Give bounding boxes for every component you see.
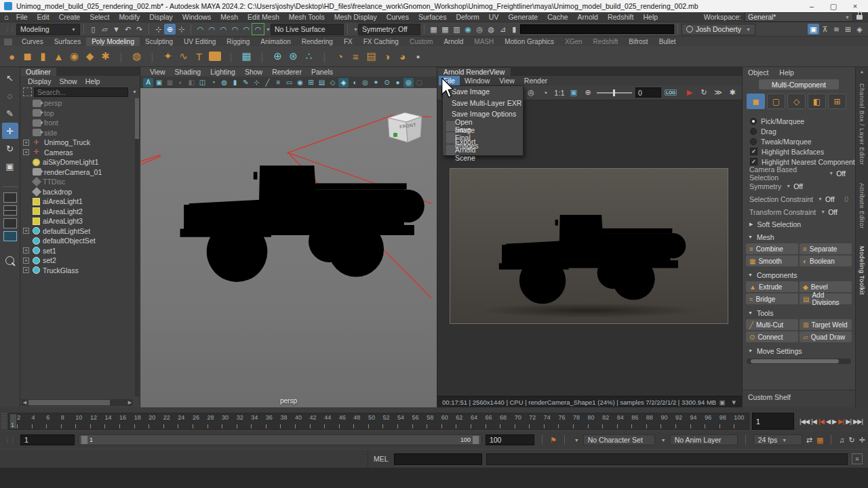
viewport-menu-item[interactable]: Lighting: [206, 68, 239, 76]
frame-tick[interactable]: 36: [266, 413, 281, 429]
component-mode-button[interactable]: ◼: [747, 94, 765, 109]
expand-toggle-icon[interactable]: +: [23, 267, 29, 273]
viewport-menu-item[interactable]: Renderer: [268, 68, 306, 76]
playback-button[interactable]: |◀: [818, 418, 824, 425]
expand-toggle-icon[interactable]: +: [23, 228, 29, 234]
range-start-handle[interactable]: [81, 436, 87, 444]
shelf-tab[interactable]: FX: [338, 37, 358, 46]
shelf-tab[interactable]: FX Caching: [358, 37, 404, 46]
frame-tick[interactable]: 50: [368, 413, 383, 429]
outliner-tab[interactable]: Outliner: [20, 68, 56, 76]
frame-tick[interactable]: 28: [208, 413, 222, 429]
live-surface-dropdown[interactable]: No Live Surface: [271, 24, 344, 35]
radio-icon[interactable]: [750, 138, 757, 145]
viewport-toolbar-icon[interactable]: ✎: [241, 78, 251, 87]
viewport-toolbar-icon[interactable]: ▤: [317, 78, 327, 87]
user-account-dropdown[interactable]: Josh Docherty▼: [682, 24, 755, 35]
shelf-tool-icon[interactable]: ◉: [66, 49, 82, 64]
snap-icon[interactable]: ◠: [195, 24, 206, 35]
viewport-toolbar-icon[interactable]: ◉: [295, 78, 305, 87]
shelf-tool-icon[interactable]: ◍: [129, 49, 144, 64]
range-grip[interactable]: ⋮⋮: [4, 436, 15, 443]
viewport-toolbar-icon[interactable]: ▦: [165, 78, 175, 87]
frame-tick[interactable]: 14: [104, 413, 119, 429]
frame-tick[interactable]: 68: [500, 413, 515, 429]
viewport-toolbar-icon[interactable]: A: [143, 78, 153, 87]
frame-tick[interactable]: 48: [353, 413, 368, 429]
frame-tick[interactable]: 64: [471, 413, 486, 429]
menu-item[interactable]: Deform: [451, 13, 484, 21]
menu-item[interactable]: Create: [54, 13, 85, 21]
file-menu-item[interactable]: Open Image: [446, 120, 456, 132]
frame-tick[interactable]: 80: [588, 413, 603, 429]
viewport-menu-item[interactable]: View: [146, 68, 170, 76]
viewport-menu-item[interactable]: Shading: [171, 68, 205, 76]
home-icon[interactable]: ⌂: [4, 13, 9, 21]
toolkit-dropdown-row[interactable]: Selection Constraint ▼ Off 0: [743, 192, 855, 205]
snap-icon[interactable]: ◠: [241, 24, 252, 35]
renderview-menu-item[interactable]: Render: [519, 76, 552, 85]
mesh-section-header[interactable]: ▼Mesh: [743, 232, 855, 242]
minimize-button[interactable]: –: [803, 2, 821, 10]
fps-dropdown[interactable]: 24 fps▼: [753, 434, 802, 445]
move-settings-header[interactable]: ▼Move Settings: [743, 346, 855, 356]
shelf-tool-icon[interactable]: ≡: [348, 49, 363, 64]
viewport-toolbar-icon[interactable]: ╱: [262, 78, 273, 87]
mesh-command-button[interactable]: ≡ Separate: [800, 243, 852, 254]
tool-command-button[interactable]: ⊙ Connect: [746, 331, 798, 342]
shelf-tool-icon[interactable]: ∿: [176, 49, 191, 64]
playback-button[interactable]: ◀: [826, 418, 830, 425]
renderview-tab[interactable]: Arnold RenderView: [437, 68, 511, 76]
component-mode-button[interactable]: ▢: [767, 94, 785, 109]
expand-toggle-icon[interactable]: +: [23, 149, 29, 155]
shelf-tab[interactable]: MASH: [469, 37, 499, 46]
command-input-field[interactable]: [394, 453, 482, 465]
frame-tick[interactable]: 22: [163, 413, 178, 429]
mesh-command-button[interactable]: ◐ Boolean: [800, 256, 852, 266]
frame-tick[interactable]: 98: [719, 413, 734, 429]
radio-row[interactable]: Pick/Marquee: [743, 116, 855, 126]
tool-icon[interactable]: ▣: [2, 158, 18, 174]
frame-tick[interactable]: 40: [295, 413, 310, 429]
shelf-tab[interactable]: Arnold: [438, 37, 469, 46]
playback-button[interactable]: ▶|: [846, 418, 851, 425]
frame-tick[interactable]: 56: [412, 413, 427, 429]
color-wheel-icon[interactable]: ◔: [540, 89, 551, 97]
shelf-tab[interactable]: Animation: [255, 37, 296, 46]
file-operation-icon[interactable]: ▱: [99, 24, 111, 35]
sidebar-vertical-tab[interactable]: Attribute Editor: [859, 183, 865, 229]
frame-tick[interactable]: 82: [602, 413, 617, 429]
outliner-pane-layout-button[interactable]: [3, 231, 17, 241]
frame-tick[interactable]: 100: [734, 413, 749, 429]
soft-selection-section[interactable]: ▶ Soft Selection: [743, 218, 855, 230]
shelf-tab[interactable]: XGen: [559, 37, 588, 46]
toolkit-dropdown-row[interactable]: Camera Based Selection ▼ Off: [743, 167, 855, 180]
range-slider-track[interactable]: 1 100: [79, 434, 481, 445]
frame-tick[interactable]: 44: [324, 413, 339, 429]
single-pane-layout-button[interactable]: [3, 192, 17, 203]
frame-tick[interactable]: 94: [690, 413, 705, 429]
viewport-toolbar-icon[interactable]: ◫: [197, 78, 208, 87]
viewport-toolbar-icon[interactable]: ⊞: [306, 78, 316, 87]
script-language-toggle[interactable]: MEL: [368, 455, 394, 463]
custom-shelf-label[interactable]: Custom Shelf: [743, 390, 855, 407]
outliner-item[interactable]: + front: [20, 118, 134, 128]
frame-tick[interactable]: 58: [427, 413, 441, 429]
viewport-menu-item[interactable]: Panels: [307, 68, 337, 76]
frame-tick[interactable]: 86: [631, 413, 646, 429]
outliner-item[interactable]: + aiAreaLight2: [20, 207, 134, 217]
render-toolbar-icon[interactable]: ⊿: [497, 24, 509, 35]
debug-shading-icon[interactable]: ≫: [713, 88, 724, 97]
component-mode-button[interactable]: ◧: [808, 94, 826, 109]
shelf-tool-icon[interactable]: ⊛: [285, 49, 301, 64]
magnifier-icon[interactable]: [5, 256, 14, 265]
tool-icon[interactable]: ✎: [2, 105, 18, 121]
playback-loop-icon[interactable]: ⇄: [806, 436, 812, 445]
timeline-track[interactable]: 1 24681012141618202224262830323436384042…: [8, 413, 749, 430]
viewport-toolbar-icon[interactable]: ◧: [186, 78, 197, 87]
frame-tick[interactable]: 8: [61, 413, 76, 429]
viewport-toolbar-icon[interactable]: ◎: [360, 78, 370, 87]
menu-item[interactable]: Help: [638, 13, 663, 21]
toolkit-horizontal-scrollbar[interactable]: [747, 359, 851, 364]
component-command-button[interactable]: ▲ Extrude: [746, 281, 798, 292]
